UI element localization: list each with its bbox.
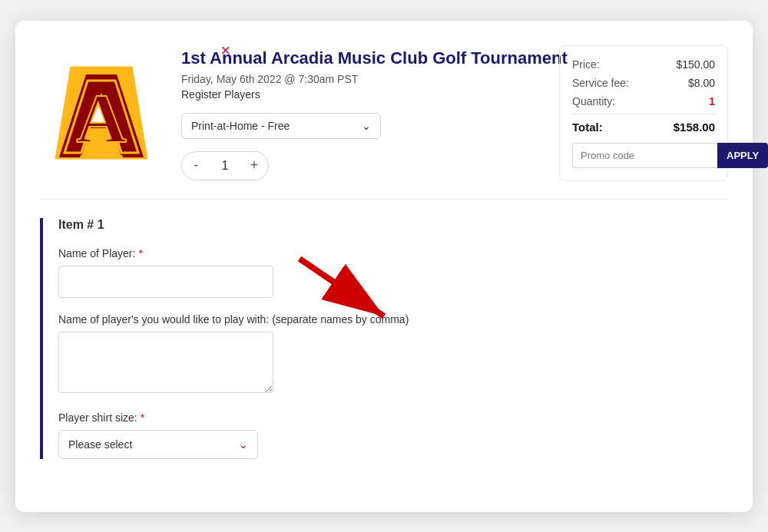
item-heading: Item # 1: [58, 218, 728, 232]
companions-input[interactable]: [58, 332, 273, 393]
price-row: Price: $150.00: [572, 58, 715, 71]
quantity-decrease-button[interactable]: -: [182, 152, 210, 180]
form-section: Item # 1 Name of Player:* Name of player…: [40, 218, 728, 459]
shirt-size-group: Player shirt size:* Please select ⌄: [58, 411, 728, 459]
ticket-type-dropdown[interactable]: Print-at-Home - Free ⌄: [181, 113, 381, 139]
shirt-size-label: Player shirt size:*: [58, 411, 728, 424]
quantity-increase-button[interactable]: +: [240, 152, 268, 180]
svg-text:A: A: [77, 81, 127, 157]
service-fee-value: $8.00: [688, 77, 715, 89]
main-card: × A: [15, 21, 753, 512]
promo-row: APPLY: [572, 143, 715, 168]
price-panel: Price: $150.00 Service fee: $8.00 Quanti…: [559, 45, 728, 181]
price-divider: [572, 114, 715, 114]
quantity-value: 1: [210, 159, 240, 173]
companions-group: Name of player's you would like to play …: [58, 313, 728, 396]
service-fee-label: Service fee:: [572, 77, 629, 89]
quantity-label: Quantity:: [572, 95, 615, 107]
ticket-type-value: Print-at-Home - Free: [191, 120, 290, 132]
quantity-display-value: 1: [709, 95, 715, 107]
university-logo: A: [48, 59, 155, 167]
close-button[interactable]: ×: [220, 42, 230, 59]
price-label: Price:: [572, 58, 600, 71]
shirt-size-chevron-icon: ⌄: [239, 438, 248, 451]
logo-area: A: [40, 45, 163, 180]
total-row: Total: $158.00: [572, 121, 715, 134]
player-name-input[interactable]: [58, 266, 273, 298]
shirt-size-placeholder: Please select: [68, 438, 132, 451]
player-name-group: Name of Player:*: [58, 247, 728, 298]
shirt-size-required: *: [141, 411, 144, 424]
player-name-label: Name of Player:*: [58, 247, 728, 259]
player-name-required: *: [138, 247, 142, 259]
service-fee-row: Service fee: $8.00: [572, 77, 715, 89]
total-label: Total:: [572, 121, 603, 134]
total-value: $158.00: [674, 121, 715, 134]
ticket-type-chevron-icon: ⌄: [362, 120, 371, 132]
quantity-row: Quantity: 1: [572, 95, 715, 107]
quantity-control: - 1 +: [181, 151, 269, 180]
promo-code-input[interactable]: [572, 143, 717, 168]
apply-promo-button[interactable]: APPLY: [717, 143, 768, 168]
companions-label: Name of player's you would like to play …: [58, 313, 728, 325]
price-value: $150.00: [676, 58, 715, 71]
shirt-size-dropdown[interactable]: Please select ⌄: [58, 430, 258, 459]
